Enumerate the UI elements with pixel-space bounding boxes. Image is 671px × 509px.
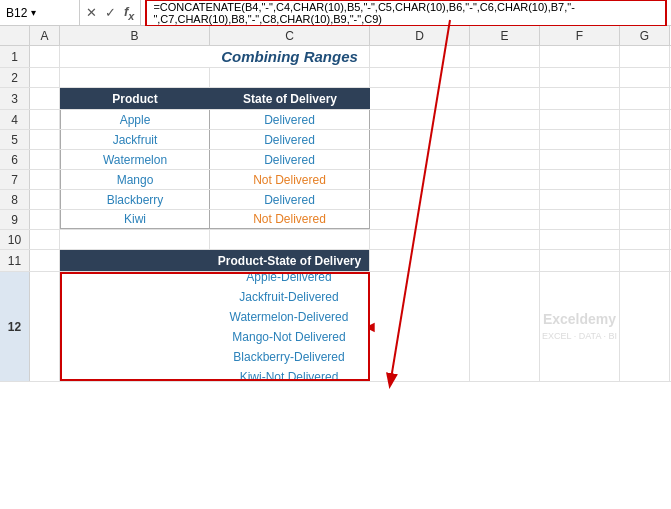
- cell-c11-result-header[interactable]: Product-State of Delivery: [210, 250, 370, 271]
- cell-f1[interactable]: [540, 46, 620, 67]
- cell-c7[interactable]: Not Delivered: [210, 170, 370, 189]
- insert-function-icon[interactable]: fx: [122, 4, 136, 22]
- col-header-a[interactable]: A: [30, 26, 60, 45]
- cell-g1[interactable]: [620, 46, 670, 67]
- cell-a8[interactable]: [30, 190, 60, 209]
- cell-g8[interactable]: [620, 190, 670, 209]
- cell-g12[interactable]: [620, 272, 670, 381]
- cell-b7[interactable]: Mango: [60, 170, 210, 189]
- cell-f7[interactable]: [540, 170, 620, 189]
- cell-g11[interactable]: [620, 250, 670, 271]
- cell-d11[interactable]: [370, 250, 470, 271]
- dropdown-icon[interactable]: ▾: [31, 7, 36, 18]
- cell-d1[interactable]: [370, 46, 470, 67]
- row-header-5[interactable]: 5: [0, 130, 30, 149]
- cell-b4[interactable]: Apple: [60, 110, 210, 129]
- cell-c2[interactable]: [210, 68, 370, 87]
- cell-e8[interactable]: [470, 190, 540, 209]
- row-header-10[interactable]: 10: [0, 230, 30, 249]
- cell-e9[interactable]: [470, 210, 540, 229]
- cell-b2[interactable]: [60, 68, 210, 87]
- cell-a6[interactable]: [30, 150, 60, 169]
- cell-d6[interactable]: [370, 150, 470, 169]
- row-header-2[interactable]: 2: [0, 68, 30, 87]
- cell-f6[interactable]: [540, 150, 620, 169]
- cell-c9[interactable]: Not Delivered: [210, 210, 370, 229]
- cell-a12[interactable]: [30, 272, 60, 381]
- cell-c3-state-header[interactable]: State of Delivery: [210, 88, 370, 109]
- cell-reference[interactable]: B12 ▾: [0, 0, 80, 25]
- cell-f2[interactable]: [540, 68, 620, 87]
- row-header-11[interactable]: 11: [0, 250, 30, 271]
- cell-e3[interactable]: [470, 88, 540, 109]
- cell-d10[interactable]: [370, 230, 470, 249]
- cell-b12-result[interactable]: [60, 272, 210, 381]
- cell-d7[interactable]: [370, 170, 470, 189]
- cell-a7[interactable]: [30, 170, 60, 189]
- cell-a9[interactable]: [30, 210, 60, 229]
- cell-a3[interactable]: [30, 88, 60, 109]
- col-header-e[interactable]: E: [470, 26, 540, 45]
- cell-g4[interactable]: [620, 110, 670, 129]
- cell-f5[interactable]: [540, 130, 620, 149]
- cell-e10[interactable]: [470, 230, 540, 249]
- cell-g9[interactable]: [620, 210, 670, 229]
- cell-f12[interactable]: Exceldemy EXCEL · DATA · BI: [540, 272, 620, 381]
- cell-c6[interactable]: Delivered: [210, 150, 370, 169]
- cell-d12[interactable]: ◄: [370, 272, 470, 381]
- col-header-b[interactable]: B: [60, 26, 210, 45]
- cell-e11[interactable]: [470, 250, 540, 271]
- cell-e7[interactable]: [470, 170, 540, 189]
- cell-b10[interactable]: [60, 230, 210, 249]
- cell-d2[interactable]: [370, 68, 470, 87]
- row-header-4[interactable]: 4: [0, 110, 30, 129]
- cell-g3[interactable]: [620, 88, 670, 109]
- cell-g10[interactable]: [620, 230, 670, 249]
- cell-e5[interactable]: [470, 130, 540, 149]
- cell-b8[interactable]: Blackberry: [60, 190, 210, 209]
- cell-e2[interactable]: [470, 68, 540, 87]
- cell-c5[interactable]: Delivered: [210, 130, 370, 149]
- cell-a11[interactable]: [30, 250, 60, 271]
- row-header-12[interactable]: 12: [0, 272, 30, 381]
- cell-f4[interactable]: [540, 110, 620, 129]
- cell-g5[interactable]: [620, 130, 670, 149]
- cell-f10[interactable]: [540, 230, 620, 249]
- cell-c8[interactable]: Delivered: [210, 190, 370, 209]
- cell-a10[interactable]: [30, 230, 60, 249]
- cell-b6[interactable]: Watermelon: [60, 150, 210, 169]
- cancel-icon[interactable]: ✕: [84, 5, 99, 20]
- row-header-8[interactable]: 8: [0, 190, 30, 209]
- cell-b11-result-header[interactable]: [60, 250, 210, 271]
- row-header-9[interactable]: 9: [0, 210, 30, 229]
- cell-b1[interactable]: [60, 46, 210, 67]
- cell-b5[interactable]: Jackfruit: [60, 130, 210, 149]
- cell-b9[interactable]: Kiwi: [60, 210, 210, 229]
- cell-b3-product-header[interactable]: Product: [60, 88, 210, 109]
- cell-a5[interactable]: [30, 130, 60, 149]
- cell-e1[interactable]: [470, 46, 540, 67]
- cell-d3[interactable]: [370, 88, 470, 109]
- cell-a4[interactable]: [30, 110, 60, 129]
- col-header-d[interactable]: D: [370, 26, 470, 45]
- row-header-7[interactable]: 7: [0, 170, 30, 189]
- col-header-c[interactable]: C: [210, 26, 370, 45]
- cell-c4[interactable]: Delivered: [210, 110, 370, 129]
- cell-f3[interactable]: [540, 88, 620, 109]
- col-header-g[interactable]: G: [620, 26, 670, 45]
- cell-f11[interactable]: [540, 250, 620, 271]
- cell-a2[interactable]: [30, 68, 60, 87]
- cell-g6[interactable]: [620, 150, 670, 169]
- cell-c1[interactable]: Combining Ranges: [210, 46, 370, 67]
- cell-c12-result[interactable]: Apple-Delivered Jackfruit-Delivered Wate…: [210, 272, 370, 381]
- row-header-3[interactable]: 3: [0, 88, 30, 109]
- cell-d8[interactable]: [370, 190, 470, 209]
- cell-f8[interactable]: [540, 190, 620, 209]
- cell-a1[interactable]: [30, 46, 60, 67]
- cell-e12[interactable]: [470, 272, 540, 381]
- cell-c10[interactable]: [210, 230, 370, 249]
- formula-input[interactable]: =CONCATENATE(B4,"-",C4,CHAR(10),B5,"-",C…: [145, 0, 667, 27]
- row-header-6[interactable]: 6: [0, 150, 30, 169]
- row-header-1[interactable]: 1: [0, 46, 30, 67]
- cell-g2[interactable]: [620, 68, 670, 87]
